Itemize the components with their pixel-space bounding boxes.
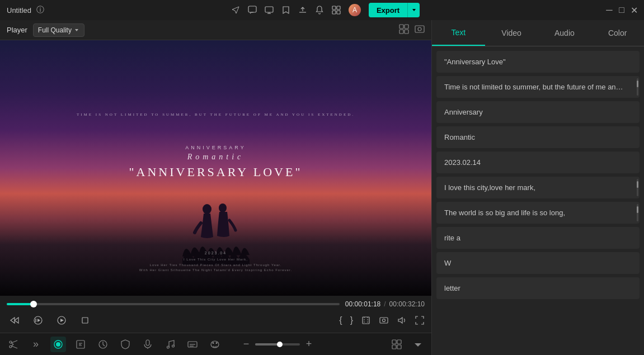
svg-rect-0 [248, 6, 256, 12]
video-subtitle-top: Time is not limited to summer, but the f… [77, 112, 355, 117]
video-line1: I Love This City Love Her Mark, [0, 257, 431, 263]
title-bar: Untitled ⓘ A Export [0, 0, 644, 20]
zoom-thumb[interactable] [277, 342, 283, 347]
scrollbar [637, 179, 638, 196]
text-item[interactable]: The world is so big and life is so long, [436, 202, 640, 224]
bookmark-icon[interactable] [281, 6, 290, 15]
tab-video[interactable]: Video [485, 20, 538, 46]
chevron-right-icon[interactable]: » [28, 337, 44, 352]
svg-rect-22 [82, 318, 88, 323]
close-button[interactable]: ✕ [631, 7, 637, 13]
time-divider: / [384, 300, 386, 308]
text-item[interactable]: 2023.02.14 [436, 152, 640, 173]
text-item[interactable]: I love this city,love her mark, [436, 177, 640, 198]
player-label: Player [7, 26, 27, 34]
export-dropdown-button[interactable] [407, 3, 420, 17]
rewind-button[interactable] [7, 313, 22, 328]
screenshot-icon[interactable] [415, 24, 425, 36]
text-item[interactable]: "Anniversary Love" [436, 51, 640, 73]
record-tool[interactable] [50, 337, 66, 352]
volume-icon[interactable] [397, 315, 407, 325]
svg-line-29 [11, 345, 17, 348]
chat-icon[interactable] [248, 6, 257, 15]
svg-rect-36 [146, 340, 149, 345]
screenshot2-icon[interactable] [379, 315, 389, 325]
svg-rect-1 [265, 7, 273, 12]
total-time: 00:00:32:10 [389, 300, 425, 308]
progress-thumb[interactable] [30, 301, 37, 307]
scissors-tool[interactable] [6, 337, 21, 352]
grid-icon[interactable] [332, 6, 341, 15]
tabs-bar: Text Video Audio Color [432, 20, 644, 46]
current-time: 00:00:01:18 [345, 300, 380, 308]
grid-view-icon[interactable] [399, 24, 409, 36]
tab-audio[interactable]: Audio [538, 20, 591, 46]
progress-track[interactable] [7, 303, 340, 305]
text-item[interactable]: Anniversary [436, 101, 640, 123]
title-bar-icons: A Export [231, 3, 420, 17]
zoom-slider[interactable] [255, 343, 300, 345]
time-display: 00:00:01:18 / 00:00:32:10 [345, 300, 425, 308]
info-icon[interactable]: ⓘ [36, 6, 45, 15]
tab-color[interactable]: Color [591, 20, 644, 46]
play-button[interactable] [54, 313, 69, 328]
svg-marker-21 [60, 319, 64, 322]
music-tool[interactable] [162, 337, 178, 352]
text-tool[interactable] [73, 337, 88, 352]
text-item[interactable]: Time is not limited to summer, but the f… [436, 76, 640, 98]
scrollbar [637, 78, 638, 96]
app-title: Untitled [7, 6, 31, 15]
video-romantic-label: Romantic [77, 153, 355, 162]
shield-tool[interactable] [117, 337, 133, 352]
layout-view-icon[interactable] [389, 337, 405, 352]
mic-tool[interactable] [140, 337, 156, 352]
video-main-title: "Anniversary Love" [77, 165, 355, 179]
svg-rect-11 [405, 30, 408, 34]
maximize-button[interactable]: □ [618, 7, 625, 13]
tab-text[interactable]: Text [432, 20, 485, 46]
avatar[interactable]: A [349, 4, 361, 16]
player-bar-right [399, 24, 425, 36]
fullscreen-icon[interactable] [415, 315, 425, 325]
title-bar-left: Untitled ⓘ [7, 6, 45, 15]
svg-rect-24 [380, 318, 388, 323]
svg-line-31 [11, 344, 13, 346]
text-item[interactable]: Romantic [436, 126, 640, 148]
stop-button[interactable] [77, 313, 93, 328]
bell-icon[interactable] [315, 6, 324, 15]
video-date: 2023.04 [0, 251, 431, 255]
subtitle-tool[interactable] [185, 337, 200, 352]
upload-icon[interactable] [298, 6, 307, 15]
svg-rect-8 [399, 25, 403, 29]
zoom-in-button[interactable]: + [303, 339, 314, 350]
svg-rect-46 [392, 345, 396, 349]
svg-rect-23 [363, 317, 369, 324]
speed-tool[interactable] [95, 337, 111, 352]
window-controls: ─ □ ✕ [606, 7, 637, 13]
export-button[interactable]: Export [369, 3, 407, 17]
step-back-button[interactable] [30, 313, 46, 328]
crop-icon[interactable] [361, 315, 371, 325]
send-icon[interactable] [231, 6, 240, 15]
text-item-content: Anniversary [444, 108, 632, 116]
svg-rect-9 [405, 25, 408, 29]
video-line2: Love Her Ties Thousand Pieces Of Stars a… [0, 263, 431, 268]
svg-rect-7 [337, 11, 340, 14]
quality-select[interactable]: Full Quality [33, 23, 84, 37]
more-options-icon[interactable] [410, 337, 426, 352]
out-point-icon[interactable]: } [350, 315, 353, 325]
text-item[interactable]: W [436, 252, 640, 274]
svg-point-13 [418, 27, 421, 31]
display-icon[interactable] [265, 6, 274, 15]
video-preview: Time is not limited to summer, but the f… [0, 40, 431, 296]
text-item[interactable]: letter [436, 277, 640, 299]
video-background: Time is not limited to summer, but the f… [0, 40, 431, 296]
text-item[interactable]: rite a [436, 227, 640, 249]
text-item-content: Romantic [444, 133, 632, 141]
progress-bar-container: 00:00:01:18 / 00:00:32:10 [0, 296, 431, 310]
mask-tool[interactable] [207, 337, 223, 352]
zoom-out-button[interactable]: − [241, 339, 252, 350]
minimize-button[interactable]: ─ [606, 7, 613, 13]
in-point-icon[interactable]: { [339, 315, 342, 325]
scrollbar [637, 204, 638, 221]
